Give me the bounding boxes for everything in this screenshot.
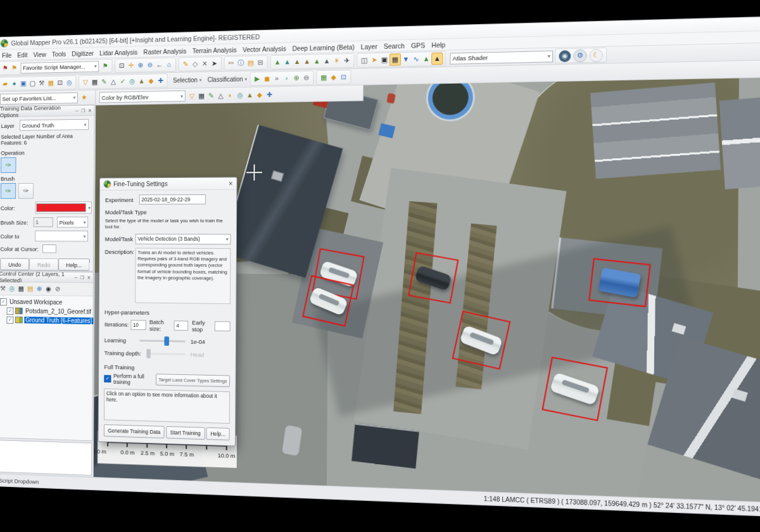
redo-button[interactable]: Redo	[29, 258, 58, 270]
terrain-slope-icon[interactable]: ▲	[312, 56, 322, 66]
lidar-layers-icon[interactable]: ◆	[146, 75, 156, 86]
vegetation-icon[interactable]: ▲	[421, 53, 431, 64]
panel-close-icon[interactable]: ✕	[87, 275, 91, 281]
lidar-classify-icon[interactable]: △	[109, 77, 118, 87]
dialog-close-icon[interactable]: ✕	[229, 180, 233, 187]
early-stop-input[interactable]	[215, 321, 231, 331]
cc-attribute-table-icon[interactable]: ▦	[16, 284, 25, 294]
split-view-icon[interactable]: ◫	[359, 55, 369, 66]
water-level-icon[interactable]: ▼	[401, 54, 411, 65]
previous-view-icon[interactable]: ←	[155, 60, 164, 70]
raster-filter-icon[interactable]: ▽	[187, 91, 196, 101]
batch-size-input[interactable]: 4	[174, 320, 188, 331]
iterations-input[interactable]: 10	[130, 320, 146, 330]
map-layout-icon[interactable]: ▦	[46, 78, 56, 89]
brush-size-input[interactable]: 1	[34, 217, 53, 227]
menu-digitizer[interactable]: Digitizer	[69, 49, 97, 58]
classification-dropdown[interactable]: Classification ▾	[205, 75, 250, 83]
shader-dropdown[interactable]: Atlas Shader ▾	[450, 50, 553, 64]
delete-feature-icon[interactable]: ✕	[200, 58, 210, 69]
color-at-cursor-box[interactable]	[42, 244, 56, 253]
brush-paint-icon[interactable]: ✑	[1, 183, 16, 199]
color-to-dropdown[interactable]: ▾	[35, 231, 88, 241]
color-dropdown[interactable]: ▾	[35, 201, 92, 213]
cc-duplicate-layer-icon[interactable]: ▤	[25, 284, 35, 294]
vehicle-bounding-box[interactable]	[408, 252, 459, 304]
3d-view-icon[interactable]: ◆	[329, 72, 339, 82]
menu-search[interactable]: Search	[381, 42, 408, 50]
panel-close-icon[interactable]: ✕	[88, 108, 92, 113]
raster-terrain-icon[interactable]: ▲	[245, 89, 255, 100]
paint-style-icon[interactable]: ✏	[226, 58, 236, 68]
help-button[interactable]: Help...	[58, 258, 89, 270]
panel-float-icon[interactable]: ❐	[81, 108, 85, 113]
map-book-icon[interactable]: ▦	[319, 72, 329, 83]
run-script-icon[interactable]: ⚑	[1, 63, 10, 73]
lidar-tools-icon[interactable]: ✚	[156, 75, 165, 86]
raster-combine-icon[interactable]: ✚	[265, 89, 275, 100]
save-icon[interactable]: ▣	[19, 79, 28, 89]
pan-icon[interactable]: ✛	[127, 60, 136, 71]
terrain-watershed-icon[interactable]: ▲	[282, 56, 293, 67]
menu-view[interactable]: View	[30, 50, 49, 58]
favorites-star-icon[interactable]: ★	[80, 92, 89, 103]
lidar-qc-icon[interactable]: ✓	[118, 76, 127, 87]
raster-palette-icon[interactable]: ◐	[225, 90, 235, 101]
menu-tools[interactable]: Tools	[49, 50, 68, 58]
raster-edit-icon[interactable]: ✎	[206, 90, 216, 101]
generate-training-data-button[interactable]: Generate Training Data	[104, 424, 165, 438]
brush-size-unit-dropdown[interactable]: Pixels ▾	[57, 217, 88, 227]
menu-layer[interactable]: Layer	[358, 42, 381, 51]
raster-grid-icon[interactable]: ▦	[197, 91, 206, 101]
experiment-input[interactable]: 2025-02-18_09-22-29	[139, 194, 206, 205]
zoom-box-icon[interactable]: ⊡	[117, 60, 127, 71]
tree-item-ground-truth[interactable]: ✓ Ground Truth [6-Features]	[0, 315, 92, 326]
panel-float-icon[interactable]: ❐	[80, 275, 84, 281]
dialog-title-bar[interactable]: Fine-Tuning Settings ✕	[100, 177, 237, 190]
create-area-icon[interactable]: ◇	[191, 59, 200, 70]
favorite-script-icon[interactable]: ⚑	[101, 61, 110, 72]
lidar-globe-icon[interactable]: ◎	[127, 76, 137, 87]
menu-file[interactable]: File	[0, 51, 15, 59]
terrain-contour-icon[interactable]: ▲	[272, 57, 282, 68]
play-icon[interactable]: ▶	[253, 73, 262, 84]
menu-edit[interactable]: Edit	[15, 51, 30, 58]
display-options-icon[interactable]: ▢	[28, 78, 37, 88]
measure-icon[interactable]: ⊟	[255, 57, 265, 68]
cc-zoom-to-layer-icon[interactable]: ⊕	[35, 284, 44, 294]
image-swipe-icon[interactable]: ⊡	[339, 72, 349, 82]
raster-classify-icon[interactable]: △	[216, 90, 225, 101]
configuration-icon[interactable]: ⚒	[37, 78, 47, 88]
open-online-data-icon[interactable]: ●	[10, 79, 18, 89]
menu-raster-analysis[interactable]: Raster Analysis	[141, 47, 189, 55]
panel-minimize-icon[interactable]: ─	[74, 275, 77, 281]
slider-thumb[interactable]	[164, 336, 169, 346]
cc-options-icon[interactable]: ⚒	[0, 283, 8, 293]
brush-erase-icon[interactable]: ✑	[18, 183, 34, 199]
layer-checkbox[interactable]: ✓	[0, 298, 7, 305]
edit-script-icon[interactable]: ⚑	[10, 63, 18, 73]
add-target-icon[interactable]: ⊕	[291, 73, 301, 84]
menu-help[interactable]: Help	[428, 41, 448, 49]
layer-checkbox[interactable]: ✓	[7, 307, 14, 315]
cc-show-layer-icon[interactable]: ◉	[44, 284, 53, 294]
night-mode-moon-icon[interactable]: ☾	[590, 49, 603, 62]
lidar-edit-icon[interactable]: ✎	[99, 77, 109, 87]
settings-gear-icon[interactable]: ⚙	[573, 49, 586, 62]
full-training-checkbox[interactable]: ✓	[104, 375, 111, 383]
percent-grid-icon[interactable]: ▦	[390, 53, 401, 65]
lidar-grid-icon[interactable]: ▦	[90, 77, 99, 87]
undo-button[interactable]: Undo	[0, 258, 29, 270]
daylight-icon[interactable]: ☀	[332, 56, 342, 66]
digitizer-pencil-icon[interactable]: ✎	[180, 59, 190, 70]
control-center-title-bar[interactable]: Control Center (2 Layers, 1 Selected) ─ …	[0, 272, 93, 282]
screen-capture-icon[interactable]: ⊡	[55, 77, 65, 88]
panel-minimize-icon[interactable]: ─	[75, 108, 79, 113]
menu-lidar-analysis[interactable]: Lidar Analysis	[97, 48, 141, 56]
vehicle-bounding-box[interactable]	[588, 258, 651, 307]
online-data-globe-icon[interactable]: ◉	[559, 50, 571, 62]
start-training-button[interactable]: Start Training	[166, 426, 205, 440]
menu-vector-analysis[interactable]: Vector Analysis	[239, 44, 289, 53]
terrain-cut-fill-icon[interactable]: ▲	[322, 56, 332, 66]
layer-checkbox[interactable]: ✓	[7, 316, 14, 324]
